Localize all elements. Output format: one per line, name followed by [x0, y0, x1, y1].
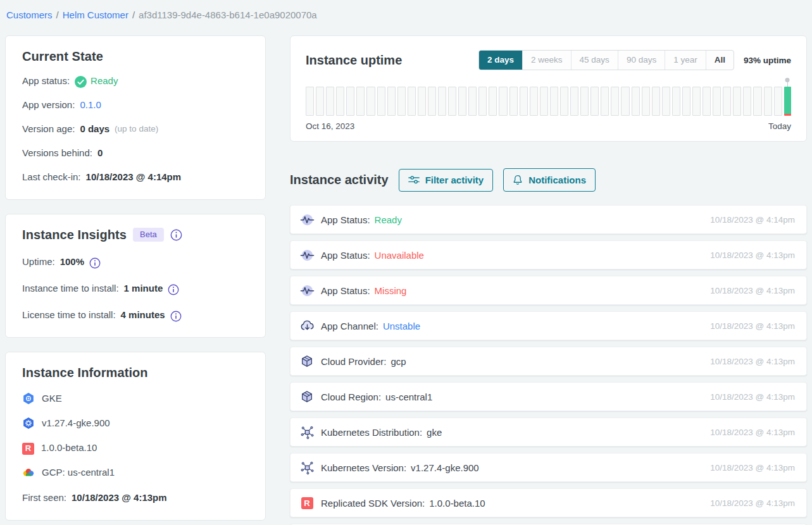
breadcrumb-customer-link[interactable]: Helm Customer [63, 9, 128, 20]
distribution-item: GKE [22, 391, 249, 406]
uptime-bar [764, 87, 772, 116]
uptime-row: Uptime: 100% [22, 255, 249, 269]
uptime-bar [448, 87, 456, 116]
uptime-bar [468, 87, 477, 116]
uptime-bar [652, 87, 660, 116]
activity-row-label: Cloud Region: [321, 392, 381, 402]
uptime-bar [672, 87, 680, 116]
uptime-bar [662, 87, 670, 116]
info-icon[interactable] [168, 284, 179, 295]
versions-behind-row: Versions behind: 0 [22, 146, 249, 160]
chart-start-label: Oct 16, 2023 [306, 121, 354, 131]
uptime-bar [316, 87, 324, 116]
app-version-label: App version: [22, 98, 75, 112]
notifications-button[interactable]: Notifications [503, 168, 596, 192]
activity-row-label: App Channel: [321, 321, 378, 331]
uptime-bar [621, 87, 629, 116]
activity-row: Kubernetes Version: v1.27.4-gke.900 10/1… [290, 453, 807, 482]
activity-row-timestamp: 10/18/2023 @ 4:13pm [710, 286, 795, 295]
breadcrumb-customers-link[interactable]: Customers [6, 9, 53, 20]
uptime-bar [478, 87, 487, 116]
breadcrumb-separator: / [56, 9, 59, 20]
first-seen-row: First seen: 10/18/2023 @ 4:13pm [22, 491, 249, 505]
uptime-bar [530, 87, 538, 116]
instance-information-title: Instance Information [22, 365, 249, 380]
distribution-value: GKE [42, 391, 62, 406]
activity-row-timestamp: 10/18/2023 @ 4:13pm [710, 321, 795, 331]
info-icon[interactable] [89, 257, 101, 269]
last-checkin-label: Last check-in: [22, 170, 81, 184]
activity-row: App Status: Ready 10/18/2023 @ 4:14pm [290, 205, 807, 234]
kubernetes-version-value: v1.27.4-gke.900 [42, 416, 110, 431]
activity-row-label: Replicated SDK Version: [321, 498, 425, 509]
activity-row-label: App Status: [321, 250, 370, 261]
uptime-bar [703, 87, 711, 116]
uptime-bar [306, 87, 314, 116]
replicated-icon: R [22, 440, 34, 455]
activity-row-value: gke [427, 427, 442, 438]
activity-list: App Status: Ready 10/18/2023 @ 4:14pm Ap… [290, 205, 807, 525]
activity-row-timestamp: 10/18/2023 @ 4:13pm [710, 428, 795, 437]
gke-icon [22, 392, 35, 405]
uptime-bar [733, 87, 741, 116]
last-checkin-row: Last check-in: 10/18/2023 @ 4:14pm [22, 170, 249, 184]
activity-row-value: us-central1 [385, 392, 432, 402]
range-button-2-weeks[interactable]: 2 weeks [522, 51, 571, 70]
left-column: Current State App status: Ready App vers… [5, 35, 266, 521]
breadcrumb: Customers/Helm Customer/af3d1139-9d4e-48… [0, 0, 812, 22]
activity-row-value: Missing [375, 285, 407, 296]
uptime-bar [601, 87, 609, 116]
uptime-bar-current [784, 87, 791, 116]
info-icon[interactable] [170, 311, 182, 322]
range-button-all[interactable]: All [706, 51, 734, 70]
activity-row-timestamp: 10/18/2023 @ 4:13pm [710, 498, 795, 508]
uptime-bar [723, 87, 731, 116]
activity-row: App Status: Unavailable 10/18/2023 @ 4:1… [290, 240, 807, 269]
uptime-bar [346, 87, 354, 116]
check-circle-icon [75, 76, 87, 88]
uptime-bar [326, 87, 334, 116]
uptime-bar-chart [306, 87, 791, 116]
app-version-row: App version: 0.1.0 [22, 98, 249, 112]
cloud-region-value: GCP: us-central1 [42, 465, 115, 480]
version-age-row: Version age: 0 days (up to date) [22, 122, 249, 136]
beta-badge: Beta [133, 228, 164, 242]
app-version-link[interactable]: 0.1.0 [80, 98, 101, 112]
instance-uptime-title: Instance uptime [306, 53, 402, 68]
license-install-label: License time to install: [22, 308, 116, 322]
pulse-icon [299, 248, 315, 262]
uptime-bar [570, 87, 578, 116]
activity-row: App Channel: Unstable 10/18/2023 @ 4:13p… [290, 311, 807, 340]
chart-end-label: Today [768, 121, 791, 131]
uptime-bar [550, 87, 558, 116]
activity-row-value: Ready [375, 214, 402, 225]
instance-insights-title: Instance Insights [22, 227, 127, 242]
info-icon[interactable] [170, 229, 182, 241]
range-button-1-year[interactable]: 1 year [665, 51, 706, 70]
instance-install-value: 1 minute [124, 281, 163, 295]
uptime-range-selector: 2 days 2 weeks 45 days 90 days 1 year Al… [478, 50, 734, 70]
activity-row-label: Kubernetes Distribution: [321, 427, 422, 438]
uptime-summary: 93% uptime [744, 56, 791, 65]
filter-activity-button[interactable]: Filter activity [399, 169, 494, 192]
app-status-label: App status: [22, 74, 70, 88]
package-icon [299, 354, 315, 368]
uptime-bar [692, 87, 701, 116]
range-button-45-days[interactable]: 45 days [571, 51, 618, 70]
license-install-value: 4 minutes [121, 308, 165, 322]
range-button-2-days[interactable]: 2 days [479, 51, 522, 70]
license-install-row: License time to install: 4 minutes [22, 308, 249, 322]
kubernetes-version-item: v1.27.4-gke.900 [22, 416, 249, 431]
range-button-90-days[interactable]: 90 days [618, 51, 665, 70]
versions-behind-label: Versions behind: [22, 146, 92, 160]
uptime-bar [418, 87, 426, 116]
version-age-note: (up to date) [115, 122, 158, 136]
uptime-bar [743, 87, 751, 116]
uptime-bar [489, 87, 497, 116]
version-age-value: 0 days [80, 122, 109, 136]
uptime-bar [499, 87, 507, 116]
uptime-bar [774, 87, 782, 116]
uptime-bar [336, 87, 344, 116]
activity-row-timestamp: 10/18/2023 @ 4:13pm [710, 250, 795, 260]
cluster-icon [299, 425, 315, 440]
